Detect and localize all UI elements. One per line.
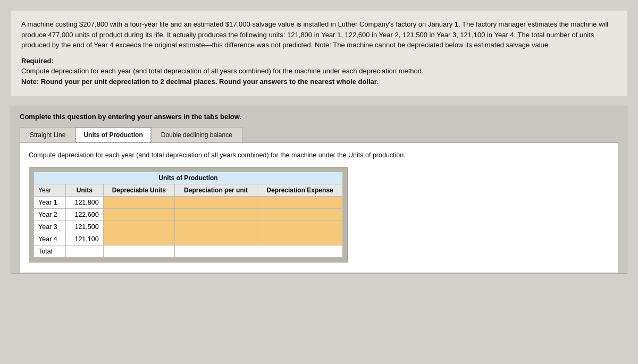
input-dep-per-unit-row3[interactable] xyxy=(175,233,257,245)
total-dep-per-unit xyxy=(175,245,257,257)
units-of-production-table: Units of Production Year Units Depreciab… xyxy=(33,172,343,258)
required-label: Required: Compute depreciation for each … xyxy=(21,56,617,87)
table-section-header: Units of Production xyxy=(34,172,343,184)
tab-straight-line[interactable]: Straight Line xyxy=(20,127,75,142)
table-row-units: 121,800 xyxy=(66,196,104,208)
total-depreciable-units xyxy=(103,245,174,257)
input-dep-expense-row0[interactable] xyxy=(257,196,343,208)
problem-text: A machine costing $207,800 with a four-y… xyxy=(21,19,617,50)
table-row-units: 121,100 xyxy=(66,233,104,245)
table-row-year: Year 1 xyxy=(34,196,66,208)
col-units: Units xyxy=(66,184,104,196)
table-row-year: Year 4 xyxy=(34,233,66,245)
input-total-dep-expense[interactable] xyxy=(257,245,343,257)
table-row-units xyxy=(66,245,104,257)
table-row-units: 122,600 xyxy=(66,208,104,221)
table-row-year: Year 3 xyxy=(34,221,66,233)
table-section: Units of Production Year Units Depreciab… xyxy=(29,167,348,263)
col-dep-units: Depreciable Units xyxy=(103,184,174,196)
input-depreciable-units-row0[interactable] xyxy=(103,196,174,208)
tabs-row: Straight Line Units of Production Double… xyxy=(20,127,618,142)
tab-description: Compute depreciation for each year (and … xyxy=(29,150,609,160)
input-dep-per-unit-row2[interactable] xyxy=(175,221,257,233)
problem-container: A machine costing $207,800 with a four-y… xyxy=(11,11,627,96)
col-dep-per-unit: Depreciation per unit xyxy=(175,184,257,196)
tab-double-declining[interactable]: Double declining balance xyxy=(151,127,242,142)
input-dep-expense-row1[interactable] xyxy=(257,208,343,221)
input-dep-per-unit-row0[interactable] xyxy=(175,196,257,208)
complete-box: Complete this question by entering your … xyxy=(11,106,627,274)
input-depreciable-units-row2[interactable] xyxy=(103,221,174,233)
input-dep-per-unit-row1[interactable] xyxy=(175,208,257,221)
col-year: Year xyxy=(34,184,66,196)
complete-title: Complete this question by entering your … xyxy=(20,113,618,121)
input-depreciable-units-row3[interactable] xyxy=(103,233,174,245)
input-dep-expense-row2[interactable] xyxy=(257,221,343,233)
table-row-year: Year 2 xyxy=(34,208,66,221)
tab-content-units: Compute depreciation for each year (and … xyxy=(20,142,618,273)
table-row-year: Total xyxy=(34,245,66,257)
tab-units-of-production[interactable]: Units of Production xyxy=(75,127,150,142)
col-dep-expense: Depreciation Expense xyxy=(257,184,343,196)
input-depreciable-units-row1[interactable] xyxy=(103,208,174,221)
table-row-units: 121,500 xyxy=(66,221,104,233)
input-dep-expense-row3[interactable] xyxy=(257,233,343,245)
